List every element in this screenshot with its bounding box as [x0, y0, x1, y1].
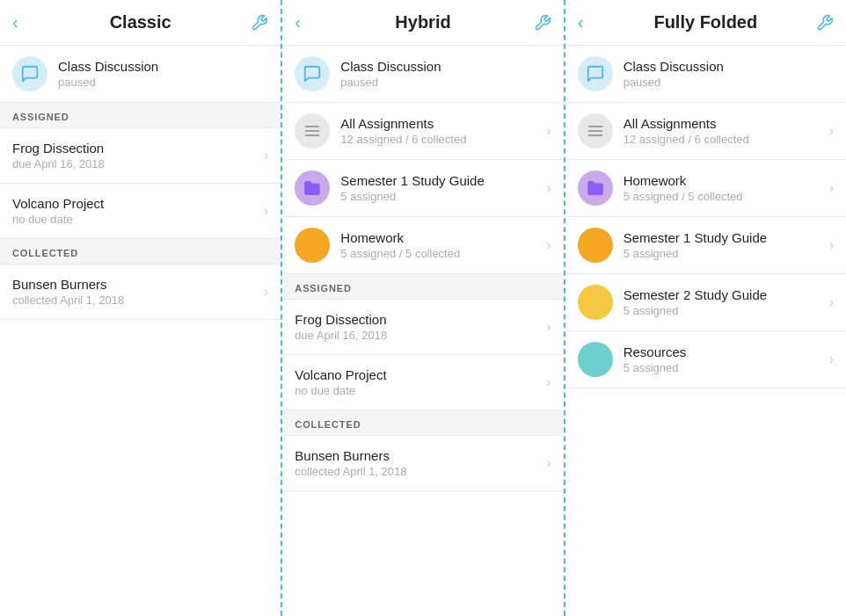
folder-item-text: Semester 2 Study Guide 5 assigned — [624, 287, 824, 317]
all-assignments-icon-hybrid — [295, 113, 330, 149]
chevron-icon: › — [829, 123, 834, 139]
item-title: Frog Dissection — [295, 312, 541, 327]
column-hybrid: ‹ Hybrid Class Discussion paused — [282, 0, 565, 616]
list-item[interactable]: Frog Dissection due April 16, 2018 › — [282, 300, 563, 355]
folder-item-sg1-hybrid[interactable]: Semester 1 Study Guide 5 assigned › — [282, 160, 563, 217]
list-item[interactable]: Volcano Project no due date › — [0, 184, 281, 239]
folder-item-title: Semester 1 Study Guide — [624, 230, 824, 245]
chevron-icon: › — [264, 148, 268, 163]
folder-item-sg2-ff[interactable]: Semester 2 Study Guide 5 assigned › — [565, 274, 846, 331]
folder-item-title: Semester 1 Study Guide — [340, 173, 541, 188]
folder-item-title: All Assignments — [340, 116, 541, 131]
folder-item-hw-hybrid[interactable]: Homework 5 assigned / 5 collected › — [282, 217, 563, 274]
study-guide-icon-hybrid — [295, 170, 330, 206]
folder-item-subtitle: 5 assigned — [624, 304, 824, 317]
discussion-icon-hybrid — [295, 56, 330, 91]
list-classic: Class Discussion paused ASSIGNED Frog Di… — [0, 46, 281, 616]
item-text: Frog Dissection due April 16, 2018 — [295, 312, 541, 342]
chevron-icon: › — [546, 123, 551, 139]
section-label-assigned-classic: ASSIGNED — [0, 103, 281, 128]
item-text: Volcano Project no due date — [12, 196, 259, 226]
folder-item-title: Semester 2 Study Guide — [624, 287, 824, 302]
chevron-icon: › — [264, 284, 268, 300]
section-label-collected-hybrid: COLLECTED — [282, 410, 563, 436]
folder-item-title: Homework — [624, 173, 824, 188]
pinned-item-classic[interactable]: Class Discussion paused — [0, 46, 281, 103]
back-button-hybrid[interactable]: ‹ — [295, 12, 301, 33]
folder-item-title: Homework — [340, 230, 541, 245]
folder-item-text: Semester 1 Study Guide 5 assigned — [624, 230, 824, 260]
folder-item-text: Semester 1 Study Guide 5 assigned — [340, 173, 541, 203]
folder-item-subtitle: 5 assigned / 5 collected — [624, 190, 824, 203]
folder-item-subtitle: 12 assigned / 6 collected — [340, 133, 541, 146]
back-button-classic[interactable]: ‹ — [12, 12, 18, 33]
list-item[interactable]: Bunsen Burners collected April 1, 2018 › — [282, 436, 563, 491]
item-text: Bunsen Burners collected April 1, 2018 — [12, 277, 259, 307]
pinned-text-hybrid: Class Discussion paused — [340, 59, 551, 89]
wrench-button-classic[interactable] — [251, 14, 268, 32]
list-item[interactable]: Volcano Project no due date › — [282, 355, 563, 410]
item-title: Volcano Project — [12, 196, 259, 211]
item-subtitle: due April 16, 2018 — [295, 329, 541, 342]
item-title: Bunsen Burners — [12, 277, 259, 292]
back-button-fully-folded[interactable]: ‹ — [578, 12, 584, 33]
chevron-icon: › — [829, 351, 834, 367]
pinned-subtitle-fully-folded: paused — [624, 76, 834, 89]
all-assignments-icon-ff — [578, 113, 613, 149]
pinned-text-fully-folded: Class Discussion paused — [624, 59, 834, 89]
column-fully-folded: ‹ Fully Folded Class Discussion paused — [565, 0, 846, 616]
pinned-subtitle-classic: paused — [58, 76, 268, 89]
folder-item-text: All Assignments 12 assigned / 6 collecte… — [340, 116, 541, 146]
folder-item-title: Resources — [624, 344, 824, 359]
item-title: Frog Dissection — [12, 141, 259, 156]
pinned-item-hybrid[interactable]: Class Discussion paused — [282, 46, 563, 103]
chevron-icon: › — [829, 180, 834, 196]
column-title-classic: Classic — [110, 12, 171, 33]
column-header-fully-folded: ‹ Fully Folded — [565, 0, 846, 46]
wrench-button-hybrid[interactable] — [534, 14, 551, 32]
pinned-item-fully-folded[interactable]: Class Discussion paused — [565, 46, 846, 103]
section-label-assigned-hybrid: ASSIGNED — [282, 274, 563, 300]
folder-item-all-ff[interactable]: All Assignments 12 assigned / 6 collecte… — [565, 103, 846, 160]
list-item[interactable]: Frog Dissection due April 16, 2018 › — [0, 128, 281, 184]
chevron-icon: › — [546, 455, 551, 471]
item-subtitle: no due date — [12, 213, 259, 226]
list-item[interactable]: Bunsen Burners collected April 1, 2018 › — [0, 265, 281, 320]
section-label-collected-classic: COLLECTED — [0, 239, 281, 265]
chevron-icon: › — [829, 294, 834, 310]
wrench-button-fully-folded[interactable] — [816, 14, 834, 32]
item-title: Volcano Project — [295, 367, 541, 382]
folder-item-text: Homework 5 assigned / 5 collected — [340, 230, 541, 260]
item-text: Volcano Project no due date — [295, 367, 541, 397]
app-container: ‹ Classic Class Discussion paused — [0, 0, 846, 616]
item-text: Frog Dissection due April 16, 2018 — [12, 141, 259, 170]
folder-item-subtitle: 5 assigned — [340, 190, 541, 203]
pinned-title-classic: Class Discussion — [58, 59, 268, 74]
item-subtitle: collected April 1, 2018 — [12, 294, 259, 307]
folder-item-all-hybrid[interactable]: All Assignments 12 assigned / 6 collecte… — [282, 103, 563, 160]
sg1-icon-ff — [578, 228, 613, 263]
folder-item-hw-ff[interactable]: Homework 5 assigned / 5 collected › — [565, 160, 846, 217]
folder-item-text: Homework 5 assigned / 5 collected — [624, 173, 824, 203]
chevron-icon: › — [546, 180, 551, 196]
chevron-icon: › — [546, 374, 551, 390]
column-classic: ‹ Classic Class Discussion paused — [0, 0, 282, 616]
pinned-title-fully-folded: Class Discussion — [624, 59, 834, 74]
item-text: Bunsen Burners collected April 1, 2018 — [295, 448, 541, 478]
discussion-icon-fully-folded — [578, 56, 613, 91]
column-title-hybrid: Hybrid — [395, 12, 450, 33]
folder-item-subtitle: 12 assigned / 6 collected — [624, 133, 824, 146]
column-title-fully-folded: Fully Folded — [653, 12, 757, 33]
chevron-icon: › — [264, 203, 268, 219]
item-subtitle: due April 16, 2018 — [12, 157, 259, 170]
list-fully-folded: Class Discussion paused All Assignments … — [565, 46, 846, 616]
item-subtitle: collected April 1, 2018 — [295, 465, 541, 478]
item-title: Bunsen Burners — [295, 448, 541, 463]
chevron-icon: › — [546, 237, 551, 253]
pinned-title-hybrid: Class Discussion — [340, 59, 551, 74]
folder-item-sg1-ff[interactable]: Semester 1 Study Guide 5 assigned › — [565, 217, 846, 274]
sg2-icon-ff — [578, 285, 613, 320]
folder-item-text: All Assignments 12 assigned / 6 collecte… — [624, 116, 824, 146]
folder-item-resources-ff[interactable]: Resources 5 assigned › — [565, 331, 846, 388]
folder-item-title: All Assignments — [624, 116, 824, 131]
